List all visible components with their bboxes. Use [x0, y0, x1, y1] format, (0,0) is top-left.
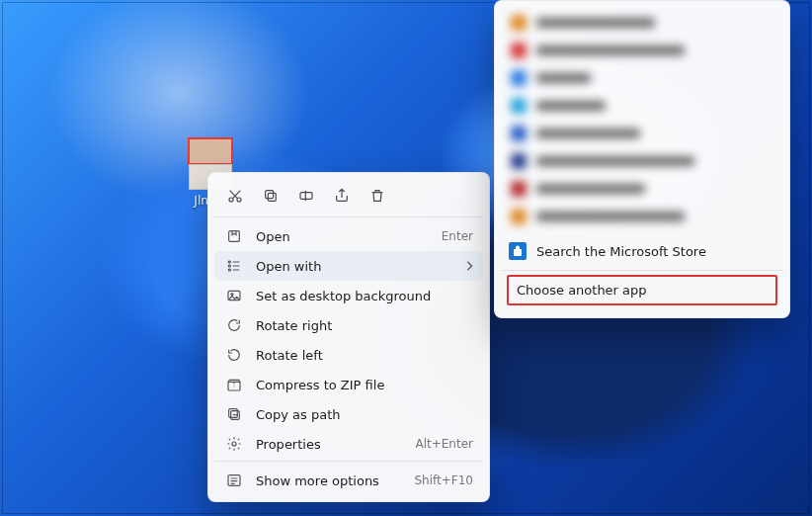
- svg-rect-12: [229, 409, 238, 418]
- submenu-label: Search the Microsoft Store: [536, 244, 706, 259]
- menu-label: Rotate right: [256, 318, 473, 333]
- menu-label: Open with: [256, 259, 465, 274]
- svg-point-6: [228, 261, 230, 263]
- search-microsoft-store[interactable]: Search the Microsoft Store: [501, 234, 783, 268]
- svg-point-7: [228, 265, 230, 267]
- menu-label: Rotate left: [256, 348, 473, 363]
- image-icon: [224, 288, 244, 303]
- context-menu: Open Enter Open with Set as desktop back…: [207, 172, 490, 502]
- rotate-left-icon: [224, 347, 244, 363]
- menu-label: Show more options: [256, 473, 414, 488]
- open-with-icon: [224, 258, 244, 274]
- separator: [214, 461, 483, 462]
- file-thumb-selected: [189, 138, 232, 164]
- separator: [501, 270, 783, 271]
- separator: [214, 216, 483, 217]
- submenu-label: Choose another app: [517, 283, 647, 298]
- menu-label: Set as desktop background: [256, 289, 473, 303]
- svg-point-13: [232, 442, 236, 446]
- chevron-right-icon: [465, 261, 473, 271]
- menu-hint: Alt+Enter: [415, 437, 473, 451]
- svg-point-1: [237, 198, 241, 202]
- menu-open-with[interactable]: Open with: [214, 251, 483, 281]
- copy-path-icon: [224, 406, 244, 422]
- svg-rect-4: [300, 193, 312, 200]
- zip-icon: [224, 377, 244, 392]
- menu-label: Properties: [256, 437, 415, 452]
- menu-compress-zip[interactable]: Compress to ZIP file: [214, 370, 483, 399]
- menu-rotate-left[interactable]: Rotate left: [214, 340, 483, 370]
- svg-rect-3: [266, 191, 274, 199]
- delete-icon[interactable]: [366, 185, 388, 207]
- menu-copy-path[interactable]: Copy as path: [214, 399, 483, 429]
- menu-show-more[interactable]: Show more options Shift+F10: [214, 466, 483, 495]
- copy-icon[interactable]: [260, 185, 282, 207]
- cut-icon[interactable]: [224, 185, 246, 207]
- choose-another-app[interactable]: Choose another app: [507, 275, 777, 305]
- svg-rect-2: [268, 193, 276, 201]
- svg-point-10: [231, 294, 233, 296]
- more-options-icon: [224, 473, 244, 488]
- menu-hint: Enter: [442, 229, 473, 243]
- svg-point-8: [228, 269, 230, 271]
- open-with-submenu: Search the Microsoft Store Choose anothe…: [494, 0, 790, 318]
- menu-open[interactable]: Open Enter: [214, 221, 483, 251]
- properties-icon: [224, 436, 244, 452]
- svg-rect-5: [229, 231, 240, 242]
- rename-icon[interactable]: [295, 185, 317, 207]
- menu-rotate-right[interactable]: Rotate right: [214, 310, 483, 340]
- menu-properties[interactable]: Properties Alt+Enter: [214, 429, 483, 459]
- quick-action-row: [214, 179, 483, 215]
- menu-label: Compress to ZIP file: [256, 378, 473, 392]
- menu-hint: Shift+F10: [414, 473, 473, 487]
- rotate-right-icon: [224, 317, 244, 333]
- blurred-app-list: [501, 7, 783, 234]
- svg-point-0: [229, 198, 233, 202]
- ms-store-icon: [509, 242, 527, 260]
- open-icon: [224, 228, 244, 244]
- menu-set-background[interactable]: Set as desktop background: [214, 281, 483, 310]
- menu-label: Copy as path: [256, 407, 473, 422]
- share-icon[interactable]: [331, 185, 353, 207]
- menu-label: Open: [256, 229, 442, 244]
